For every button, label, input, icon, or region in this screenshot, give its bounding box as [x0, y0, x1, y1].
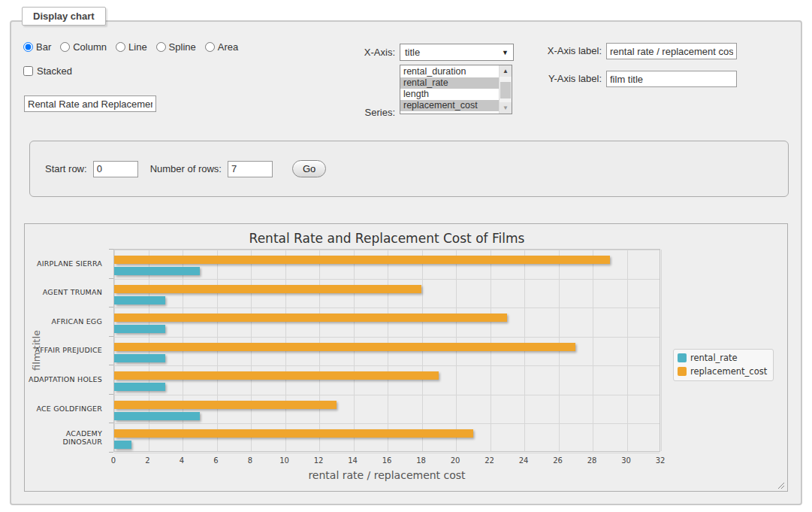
radio-line-label: Line: [128, 41, 147, 53]
radio-column[interactable]: Column: [60, 41, 107, 53]
x-tick-label: 22: [475, 456, 505, 465]
x-tick-label: 20: [440, 456, 470, 465]
legend-label: rental_rate: [690, 353, 738, 363]
category-label: ADAPTATION HOLES: [25, 365, 107, 394]
chart-panel: Rental Rate and Replacement Cost of Film…: [24, 223, 788, 492]
bar-rental_rate[interactable]: [114, 296, 165, 304]
x-tick-label: 24: [509, 456, 539, 465]
category-label: AGENT TRUMAN: [25, 278, 107, 308]
series-listbox-label: Series:: [335, 107, 395, 118]
radio-line-input[interactable]: [116, 42, 125, 52]
radio-spline[interactable]: Spline: [156, 41, 196, 53]
bar-replacement_cost[interactable]: [114, 343, 575, 351]
gridline-horizontal: [114, 250, 660, 250]
y-axis-label-input[interactable]: [606, 71, 737, 87]
category-label: AFFAIR PREJUDICE: [25, 336, 107, 365]
y-tick-mark: [109, 307, 113, 308]
category-label: AIRPLANE SIERRA: [25, 249, 107, 278]
series-option-rental-duration[interactable]: rental_duration: [400, 66, 499, 77]
gridline-vertical: [661, 250, 662, 451]
bar-replacement_cost[interactable]: [114, 256, 610, 264]
x-tick-label: 30: [611, 456, 641, 465]
gridline-horizontal: [114, 423, 660, 424]
bar-rental_rate[interactable]: [114, 354, 165, 362]
legend-item-rental_rate[interactable]: rental_rate: [678, 353, 767, 363]
radio-spline-input[interactable]: [156, 42, 166, 52]
x-tick-label: 8: [235, 456, 265, 465]
y-tick-mark: [109, 394, 113, 395]
bar-replacement_cost[interactable]: [114, 314, 507, 322]
x-axis-selected-value: title: [405, 47, 420, 58]
chart-title: Rental Rate and Replacement Cost of Film…: [113, 231, 660, 246]
y-tick-mark: [109, 278, 113, 279]
bar-replacement_cost[interactable]: [114, 371, 439, 380]
legend-item-replacement_cost[interactable]: replacement_cost: [678, 366, 767, 377]
row-controls-panel: Start row: Number of rows: Go: [29, 141, 789, 197]
x-tick-label: 26: [543, 456, 573, 465]
chart-resize-handle-icon[interactable]: [777, 481, 784, 489]
series-option-rental-rate[interactable]: rental_rate: [400, 77, 499, 89]
radio-area-input[interactable]: [205, 42, 215, 52]
bar-rental_rate[interactable]: [114, 325, 165, 333]
gridline-horizontal: [114, 337, 660, 338]
x-tick-label: 32: [645, 456, 675, 465]
bar-rental_rate[interactable]: [114, 441, 131, 449]
x-axis-select-label: X-Axis:: [343, 47, 395, 58]
gridline-horizontal: [114, 279, 660, 280]
bar-rental_rate[interactable]: [114, 412, 200, 420]
bar-replacement_cost[interactable]: [114, 285, 421, 293]
scroll-up-icon[interactable]: ▲: [500, 65, 512, 77]
x-tick-label: 10: [270, 456, 300, 465]
scroll-down-icon[interactable]: ▼: [500, 102, 512, 114]
series-listbox[interactable]: rental_duration rental_rate length repla…: [400, 65, 512, 114]
radio-column-input[interactable]: [60, 42, 70, 52]
radio-line[interactable]: Line: [116, 41, 147, 53]
gridline-horizontal: [114, 395, 660, 395]
y-tick-mark: [109, 423, 113, 423]
legend-label: replacement_cost: [690, 366, 767, 377]
listbox-scrollbar[interactable]: ▲ ▼: [499, 65, 512, 114]
legend-swatch-icon: [678, 353, 687, 362]
series-option-length[interactable]: length: [400, 89, 499, 100]
chart-type-radio-group: Bar Column Line Spline Area: [23, 41, 238, 53]
stacked-checkbox[interactable]: [23, 66, 33, 76]
radio-column-label: Column: [73, 41, 107, 53]
radio-area-label: Area: [218, 41, 238, 53]
y-axis-label-label: Y-Axis label:: [537, 73, 602, 84]
bar-rental_rate[interactable]: [114, 383, 165, 391]
num-rows-input[interactable]: [228, 161, 273, 177]
chart-title-input[interactable]: [24, 95, 156, 112]
gridline-vertical: [627, 250, 628, 451]
start-row-input[interactable]: [93, 161, 138, 177]
go-button[interactable]: Go: [292, 160, 326, 177]
bar-rental_rate[interactable]: [114, 267, 200, 275]
scrollbar-thumb[interactable]: [500, 82, 511, 98]
radio-area[interactable]: Area: [205, 41, 238, 53]
radio-spline-label: Spline: [169, 41, 196, 53]
chart-plot-area: [113, 249, 660, 452]
series-option-replacement-cost[interactable]: replacement_cost: [400, 100, 499, 111]
x-axis-label-label: X-Axis label:: [537, 45, 602, 56]
y-tick-mark: [109, 249, 113, 250]
fieldset-legend: Display chart: [22, 7, 106, 26]
radio-bar-input[interactable]: [23, 42, 33, 52]
start-row-label: Start row:: [45, 163, 87, 174]
display-chart-fieldset: Display chart Bar Column Line Spline Are…: [10, 20, 802, 505]
x-axis-select[interactable]: title ▼: [400, 44, 514, 61]
x-axis-label-input[interactable]: [606, 43, 737, 59]
x-tick-label: 28: [577, 456, 607, 465]
page: Display chart Bar Column Line Spline Are…: [0, 0, 812, 512]
chart-legend: rental_ratereplacement_cost: [673, 349, 774, 381]
x-tick-label: 14: [338, 456, 368, 465]
num-rows-label: Number of rows:: [150, 163, 222, 174]
x-tick-label: 2: [133, 456, 163, 465]
bar-replacement_cost[interactable]: [114, 401, 337, 409]
stacked-label: Stacked: [37, 65, 72, 77]
stacked-checkbox-row[interactable]: Stacked: [23, 65, 72, 77]
series-options: rental_duration rental_rate length repla…: [400, 66, 499, 111]
y-tick-mark: [109, 452, 113, 453]
bar-replacement_cost[interactable]: [114, 429, 473, 438]
radio-bar[interactable]: Bar: [23, 41, 51, 53]
legend-swatch-icon: [678, 367, 687, 376]
y-tick-mark: [109, 365, 113, 365]
